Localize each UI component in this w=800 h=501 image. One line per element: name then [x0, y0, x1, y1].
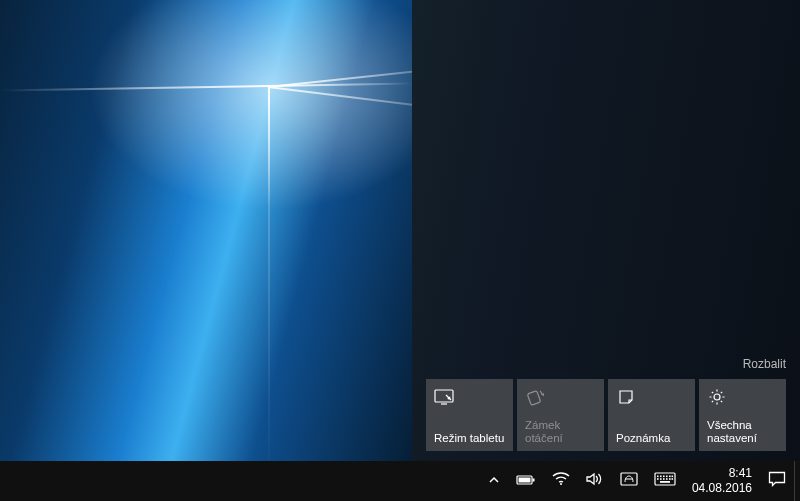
- svg-rect-0: [435, 390, 453, 402]
- tray-network[interactable]: [544, 461, 578, 501]
- tile-rotation-lock[interactable]: Zámek otáčení: [517, 379, 604, 451]
- system-tray: 8:41 04.08.2016: [480, 461, 800, 501]
- tile-tablet-mode[interactable]: Režim tabletu: [426, 379, 513, 451]
- tray-action-center-button[interactable]: [760, 461, 794, 501]
- action-center-panel: Rozbalit Režim tabletu: [412, 0, 800, 461]
- taskbar-clock[interactable]: 8:41 04.08.2016: [684, 461, 760, 501]
- svg-rect-16: [657, 478, 659, 480]
- light-streak-1: [268, 65, 412, 88]
- svg-point-7: [560, 483, 562, 485]
- quick-actions-row: Režim tabletu Zámek otáčení: [426, 379, 786, 451]
- tile-label: Všechna nastavení: [707, 419, 778, 445]
- svg-rect-5: [532, 479, 534, 482]
- language-icon: [620, 472, 638, 490]
- note-icon: [616, 387, 636, 407]
- gear-icon: [707, 387, 727, 407]
- battery-icon: [516, 472, 536, 490]
- tray-volume[interactable]: [578, 461, 612, 501]
- screen: Rozbalit Režim tabletu: [0, 0, 800, 501]
- svg-rect-18: [663, 478, 665, 480]
- svg-rect-19: [666, 478, 668, 480]
- svg-rect-10: [657, 476, 659, 478]
- svg-rect-14: [669, 476, 671, 478]
- tablet-mode-icon: [434, 387, 454, 407]
- svg-rect-6: [518, 478, 530, 483]
- desktop-wallpaper[interactable]: [0, 0, 412, 461]
- svg-rect-21: [671, 478, 673, 480]
- tile-label: Zámek otáčení: [525, 419, 596, 445]
- taskbar: 8:41 04.08.2016: [0, 461, 800, 501]
- svg-rect-13: [666, 476, 668, 478]
- light-streak-2: [268, 86, 412, 112]
- tile-label: Poznámka: [616, 432, 687, 445]
- svg-rect-2: [527, 391, 541, 406]
- tray-battery[interactable]: [508, 461, 544, 501]
- tile-all-settings[interactable]: Všechna nastavení: [699, 379, 786, 451]
- show-desktop-button[interactable]: [794, 461, 800, 501]
- tile-label: Režim tabletu: [434, 432, 505, 445]
- rotation-lock-icon: [525, 387, 545, 407]
- svg-rect-11: [660, 476, 662, 478]
- clock-time: 8:41: [729, 466, 752, 481]
- chevron-up-icon: [488, 472, 500, 490]
- svg-rect-20: [669, 478, 671, 480]
- tray-touch-keyboard[interactable]: [646, 461, 684, 501]
- clock-date: 04.08.2016: [692, 481, 752, 496]
- wifi-icon: [552, 472, 570, 490]
- svg-rect-15: [671, 476, 673, 478]
- svg-rect-17: [660, 478, 662, 480]
- tile-note[interactable]: Poznámka: [608, 379, 695, 451]
- tray-overflow-button[interactable]: [480, 461, 508, 501]
- svg-rect-12: [663, 476, 665, 478]
- expand-button[interactable]: Rozbalit: [426, 357, 786, 371]
- volume-icon: [586, 472, 604, 490]
- svg-rect-22: [660, 481, 670, 483]
- touch-keyboard-icon: [654, 472, 676, 490]
- svg-point-3: [714, 394, 720, 400]
- action-center-icon: [768, 471, 786, 491]
- tray-language[interactable]: [612, 461, 646, 501]
